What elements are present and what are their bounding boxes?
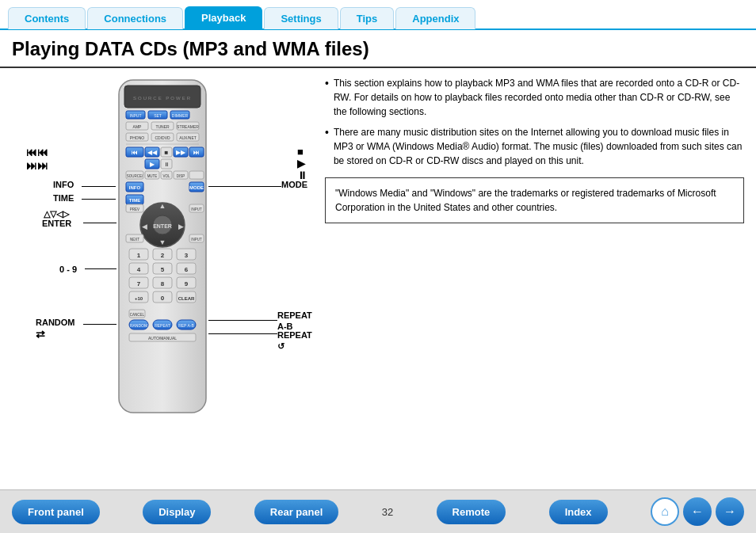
svg-text:SOURCE/: SOURCE/	[127, 174, 143, 178]
tab-settings-label: Settings	[281, 13, 321, 25]
svg-text:REPEAT: REPEAT	[155, 323, 170, 328]
forward-button[interactable]: →	[716, 497, 744, 526]
rear-panel-button[interactable]: Rear panel	[254, 500, 338, 524]
play-label: ▶	[297, 158, 305, 169]
tab-settings[interactable]: Settings	[264, 7, 338, 29]
svg-text:■: ■	[165, 149, 169, 156]
forward-arrow-icon: →	[724, 504, 736, 519]
svg-text:DISP: DISP	[177, 174, 185, 178]
bullet-item-1: • This section explains how to playback …	[325, 76, 744, 119]
home-button[interactable]: ⌂	[651, 497, 679, 526]
numpad-label: 0 - 9	[59, 265, 77, 274]
back-button[interactable]: ←	[683, 497, 712, 526]
svg-text:AUX/NET: AUX/NET	[179, 135, 197, 140]
right-panel: • This section explains how to playback …	[325, 76, 744, 474]
svg-text:CANCEL: CANCEL	[130, 313, 145, 317]
svg-text:⏮: ⏮	[132, 149, 138, 156]
tab-playback-label: Playback	[201, 12, 246, 24]
nav-icons-group: ⌂ ← →	[651, 497, 744, 526]
info-box-text: "Windows Media" and "Windows" are the tr…	[335, 188, 716, 213]
tab-appendix[interactable]: Appendix	[395, 7, 475, 29]
svg-text:8: 8	[161, 280, 165, 287]
svg-text:INPUT: INPUT	[130, 113, 142, 118]
svg-text:3: 3	[185, 252, 189, 259]
svg-text:5: 5	[161, 266, 165, 273]
remote-button[interactable]: Remote	[437, 500, 506, 524]
random-text: RANDOM	[36, 318, 75, 327]
tab-tips[interactable]: Tips	[340, 7, 395, 29]
svg-text:4: 4	[137, 266, 141, 273]
tab-connections[interactable]: Connections	[87, 7, 183, 29]
svg-text:1: 1	[137, 252, 141, 259]
svg-text:⏭: ⏭	[193, 149, 200, 156]
svg-text:CLEAR: CLEAR	[178, 296, 195, 301]
enter-label: ENTER	[42, 219, 71, 228]
svg-text:◀: ◀	[142, 223, 147, 230]
svg-text:CD/DVD: CD/DVD	[155, 135, 170, 140]
svg-text:AUTO/MANUAL: AUTO/MANUAL	[148, 336, 177, 341]
tab-connections-label: Connections	[104, 13, 166, 25]
stop-label: ■	[297, 146, 304, 158]
random-line	[83, 324, 116, 325]
svg-text:INPUT: INPUT	[191, 238, 202, 242]
remote-illustration: SOURCE POWER INPUT SET DIMMER AMP TUNER …	[115, 76, 210, 424]
svg-text:VOL: VOL	[162, 174, 170, 178]
svg-text:NEXT: NEXT	[130, 238, 139, 242]
svg-text:PREV: PREV	[130, 207, 139, 211]
svg-text:MODE: MODE	[189, 185, 204, 190]
home-icon: ⌂	[661, 504, 669, 519]
page-title: Playing DATA CDs (MP3 and WMA files)	[12, 38, 744, 60]
mode-line	[208, 186, 281, 187]
svg-text:INFO: INFO	[129, 185, 141, 190]
main-content: SOURCE POWER INPUT SET DIMMER AMP TUNER …	[0, 68, 756, 482]
svg-text:STREAMER: STREAMER	[177, 124, 199, 129]
svg-text:MUTE: MUTE	[147, 174, 158, 178]
svg-text:2: 2	[161, 252, 165, 259]
svg-text:▼: ▼	[159, 238, 166, 246]
svg-text:0: 0	[161, 295, 165, 302]
display-button[interactable]: Display	[143, 500, 211, 524]
ff-label: ⏭⏭	[26, 159, 48, 173]
info-line	[82, 186, 116, 187]
svg-text:◀◀: ◀◀	[147, 149, 158, 156]
bullet-item-2: • There are many music distribution site…	[325, 125, 744, 168]
svg-text:9: 9	[185, 280, 189, 287]
bottom-navigation: Front panel Display Rear panel 32 Remote…	[0, 489, 756, 533]
skip-back-label: ⏮⏮	[26, 146, 48, 159]
svg-text:TUNER: TUNER	[155, 124, 170, 129]
back-arrow-icon: ←	[691, 504, 704, 519]
svg-text:▶: ▶	[178, 223, 184, 230]
bullet-text-2: There are many music distribution sites …	[334, 125, 744, 168]
numpad-line	[85, 268, 116, 269]
tab-tips-label: Tips	[357, 13, 378, 25]
random-label: RANDOM ⇄	[36, 318, 75, 341]
svg-text:+10: +10	[135, 296, 143, 301]
left-panel: SOURCE POWER INPUT SET DIMMER AMP TUNER …	[12, 76, 313, 474]
svg-text:SET: SET	[154, 113, 162, 118]
repeat-line	[208, 333, 277, 334]
bullet-text-1: This section explains how to playback MP…	[334, 76, 744, 119]
page-title-area: Playing DATA CDs (MP3 and WMA files)	[0, 30, 756, 68]
info-box: "Windows Media" and "Windows" are the tr…	[325, 177, 744, 223]
svg-text:SOURCE POWER: SOURCE POWER	[133, 96, 192, 101]
bullet-dot-1: •	[325, 76, 329, 119]
svg-text:RANDOM: RANDOM	[130, 323, 147, 328]
bullet-list: • This section explains how to playback …	[325, 76, 744, 168]
tab-playback[interactable]: Playback	[185, 6, 262, 29]
front-panel-button[interactable]: Front panel	[12, 500, 100, 524]
svg-text:DIMMER: DIMMER	[172, 113, 189, 118]
tab-contents[interactable]: Contents	[8, 7, 86, 29]
bullet-dot-2: •	[325, 125, 329, 168]
svg-text:⏸: ⏸	[164, 162, 170, 167]
svg-text:AMP: AMP	[133, 124, 143, 129]
svg-text:REP A-B: REP A-B	[178, 323, 194, 328]
repeat-label: REPEAT↺	[277, 329, 312, 352]
svg-text:TIME: TIME	[129, 198, 140, 203]
svg-text:PHONO: PHONO	[130, 135, 144, 140]
tab-contents-label: Contents	[25, 13, 69, 25]
svg-text:▲: ▲	[159, 202, 166, 210]
info-label: INFO	[53, 180, 74, 189]
svg-text:7: 7	[137, 280, 141, 287]
index-button[interactable]: Index	[549, 500, 608, 524]
svg-text:ENTER: ENTER	[153, 223, 172, 229]
